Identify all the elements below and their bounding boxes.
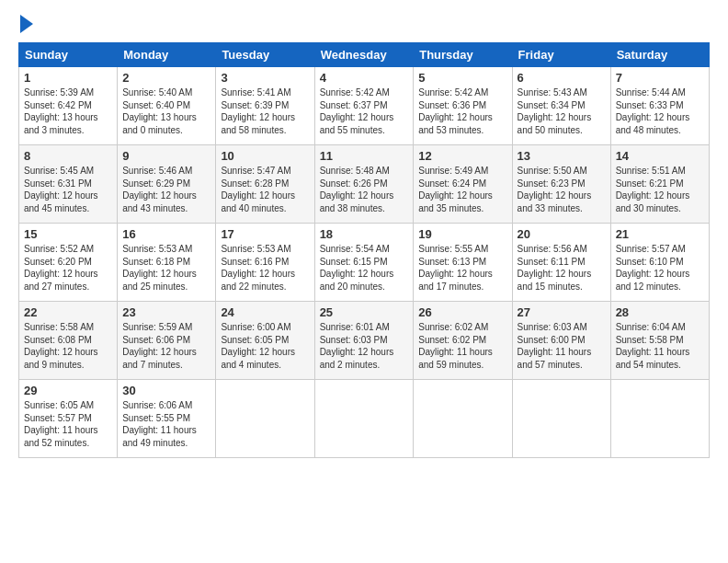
calendar-cell: 24Sunrise: 6:00 AM Sunset: 6:05 PM Dayli… [216, 302, 314, 380]
day-info: Sunrise: 6:04 AM Sunset: 5:58 PM Dayligh… [616, 321, 704, 371]
day-info: Sunrise: 5:51 AM Sunset: 6:21 PM Dayligh… [616, 165, 704, 214]
week-row-5: 29Sunrise: 6:05 AM Sunset: 5:57 PM Dayli… [19, 380, 710, 458]
day-number: 5 [418, 71, 506, 85]
day-info: Sunrise: 5:42 AM Sunset: 6:36 PM Dayligh… [418, 86, 506, 136]
calendar-cell: 30Sunrise: 6:06 AM Sunset: 5:55 PM Dayli… [118, 380, 216, 458]
calendar-cell: 21Sunrise: 5:57 AM Sunset: 6:10 PM Dayli… [610, 224, 709, 302]
day-info: Sunrise: 5:57 AM Sunset: 6:10 PM Dayligh… [616, 243, 704, 293]
day-number: 3 [221, 71, 309, 85]
day-number: 11 [320, 149, 409, 163]
day-number: 1 [24, 71, 112, 85]
day-info: Sunrise: 5:49 AM Sunset: 6:24 PM Dayligh… [418, 165, 506, 214]
calendar-cell: 22Sunrise: 5:58 AM Sunset: 6:08 PM Dayli… [19, 302, 118, 380]
calendar-cell [314, 380, 414, 458]
day-number: 21 [616, 227, 704, 241]
day-info: Sunrise: 5:46 AM Sunset: 6:29 PM Dayligh… [122, 165, 210, 214]
calendar-cell: 26Sunrise: 6:02 AM Sunset: 6:02 PM Dayli… [414, 302, 512, 380]
week-row-2: 8Sunrise: 5:45 AM Sunset: 6:31 PM Daylig… [19, 145, 710, 224]
weekday-wednesday: Wednesday [314, 43, 414, 67]
day-info: Sunrise: 5:58 AM Sunset: 6:08 PM Dayligh… [24, 321, 112, 371]
day-number: 14 [616, 149, 704, 163]
day-number: 17 [221, 227, 309, 241]
calendar-cell: 11Sunrise: 5:48 AM Sunset: 6:26 PM Dayli… [314, 145, 414, 224]
weekday-saturday: Saturday [610, 43, 709, 67]
weekday-thursday: Thursday [414, 43, 512, 67]
calendar-cell: 12Sunrise: 5:49 AM Sunset: 6:24 PM Dayli… [414, 145, 512, 224]
day-number: 23 [122, 305, 210, 319]
calendar-cell: 15Sunrise: 5:52 AM Sunset: 6:20 PM Dayli… [19, 224, 118, 302]
day-number: 6 [518, 71, 606, 85]
day-number: 24 [221, 305, 309, 319]
calendar-cell: 8Sunrise: 5:45 AM Sunset: 6:31 PM Daylig… [19, 145, 118, 224]
day-number: 10 [221, 149, 309, 163]
calendar-cell: 25Sunrise: 6:01 AM Sunset: 6:03 PM Dayli… [314, 302, 414, 380]
header [18, 17, 710, 33]
calendar-cell: 1Sunrise: 5:39 AM Sunset: 6:42 PM Daylig… [19, 67, 118, 145]
day-info: Sunrise: 5:41 AM Sunset: 6:39 PM Dayligh… [221, 86, 309, 136]
calendar-cell: 10Sunrise: 5:47 AM Sunset: 6:28 PM Dayli… [216, 145, 314, 224]
logo-arrow-icon [20, 15, 33, 33]
day-number: 30 [122, 384, 210, 397]
weekday-tuesday: Tuesday [216, 43, 314, 67]
day-info: Sunrise: 5:56 AM Sunset: 6:11 PM Dayligh… [518, 243, 606, 293]
weekday-friday: Friday [512, 43, 610, 67]
calendar-cell: 23Sunrise: 5:59 AM Sunset: 6:06 PM Dayli… [118, 302, 216, 380]
day-number: 7 [616, 71, 704, 85]
weekday-sunday: Sunday [19, 43, 118, 67]
calendar-cell: 5Sunrise: 5:42 AM Sunset: 6:36 PM Daylig… [414, 67, 512, 145]
day-info: Sunrise: 6:01 AM Sunset: 6:03 PM Dayligh… [320, 321, 409, 371]
day-info: Sunrise: 5:42 AM Sunset: 6:37 PM Dayligh… [320, 86, 409, 136]
day-number: 4 [320, 71, 409, 85]
calendar-cell: 16Sunrise: 5:53 AM Sunset: 6:18 PM Dayli… [118, 224, 216, 302]
week-row-3: 15Sunrise: 5:52 AM Sunset: 6:20 PM Dayli… [19, 224, 710, 302]
day-info: Sunrise: 6:02 AM Sunset: 6:02 PM Dayligh… [418, 321, 506, 371]
day-info: Sunrise: 5:47 AM Sunset: 6:28 PM Dayligh… [221, 165, 309, 214]
calendar-cell: 3Sunrise: 5:41 AM Sunset: 6:39 PM Daylig… [216, 67, 314, 145]
day-number: 29 [24, 384, 112, 397]
day-number: 28 [616, 305, 704, 319]
day-info: Sunrise: 5:44 AM Sunset: 6:33 PM Dayligh… [616, 86, 704, 136]
day-number: 27 [518, 305, 606, 319]
day-info: Sunrise: 6:00 AM Sunset: 6:05 PM Dayligh… [221, 321, 309, 371]
calendar-cell [414, 380, 512, 458]
calendar-cell: 28Sunrise: 6:04 AM Sunset: 5:58 PM Dayli… [610, 302, 709, 380]
calendar-cell: 9Sunrise: 5:46 AM Sunset: 6:29 PM Daylig… [118, 145, 216, 224]
day-info: Sunrise: 5:48 AM Sunset: 6:26 PM Dayligh… [320, 165, 409, 214]
calendar-cell [512, 380, 610, 458]
day-info: Sunrise: 6:06 AM Sunset: 5:55 PM Dayligh… [122, 399, 210, 449]
calendar-cell: 6Sunrise: 5:43 AM Sunset: 6:34 PM Daylig… [512, 67, 610, 145]
day-info: Sunrise: 6:03 AM Sunset: 6:00 PM Dayligh… [518, 321, 606, 371]
day-info: Sunrise: 5:53 AM Sunset: 6:16 PM Dayligh… [221, 243, 309, 293]
calendar-cell: 20Sunrise: 5:56 AM Sunset: 6:11 PM Dayli… [512, 224, 610, 302]
week-row-4: 22Sunrise: 5:58 AM Sunset: 6:08 PM Dayli… [19, 302, 710, 380]
day-number: 8 [24, 149, 112, 163]
day-number: 13 [518, 149, 606, 163]
day-info: Sunrise: 5:55 AM Sunset: 6:13 PM Dayligh… [418, 243, 506, 293]
day-number: 26 [418, 305, 506, 319]
calendar-cell: 18Sunrise: 5:54 AM Sunset: 6:15 PM Dayli… [314, 224, 414, 302]
day-number: 16 [122, 227, 210, 241]
day-info: Sunrise: 5:50 AM Sunset: 6:23 PM Dayligh… [518, 165, 606, 214]
day-info: Sunrise: 5:45 AM Sunset: 6:31 PM Dayligh… [24, 165, 112, 214]
day-number: 12 [418, 149, 506, 163]
weekday-monday: Monday [118, 43, 216, 67]
day-info: Sunrise: 5:54 AM Sunset: 6:15 PM Dayligh… [320, 243, 409, 293]
day-number: 15 [24, 227, 112, 241]
day-info: Sunrise: 6:05 AM Sunset: 5:57 PM Dayligh… [24, 399, 112, 449]
day-number: 2 [122, 71, 210, 85]
day-number: 20 [518, 227, 606, 241]
day-number: 18 [320, 227, 409, 241]
week-row-1: 1Sunrise: 5:39 AM Sunset: 6:42 PM Daylig… [19, 67, 710, 145]
logo [18, 17, 33, 33]
calendar-cell: 19Sunrise: 5:55 AM Sunset: 6:13 PM Dayli… [414, 224, 512, 302]
calendar-cell: 2Sunrise: 5:40 AM Sunset: 6:40 PM Daylig… [118, 67, 216, 145]
day-info: Sunrise: 5:43 AM Sunset: 6:34 PM Dayligh… [518, 86, 606, 136]
day-number: 19 [418, 227, 506, 241]
day-number: 25 [320, 305, 409, 319]
calendar-cell: 29Sunrise: 6:05 AM Sunset: 5:57 PM Dayli… [19, 380, 118, 458]
calendar-cell: 14Sunrise: 5:51 AM Sunset: 6:21 PM Dayli… [610, 145, 709, 224]
day-info: Sunrise: 5:59 AM Sunset: 6:06 PM Dayligh… [122, 321, 210, 371]
calendar-cell [610, 380, 709, 458]
calendar: SundayMondayTuesdayWednesdayThursdayFrid… [18, 42, 710, 458]
calendar-cell [216, 380, 314, 458]
